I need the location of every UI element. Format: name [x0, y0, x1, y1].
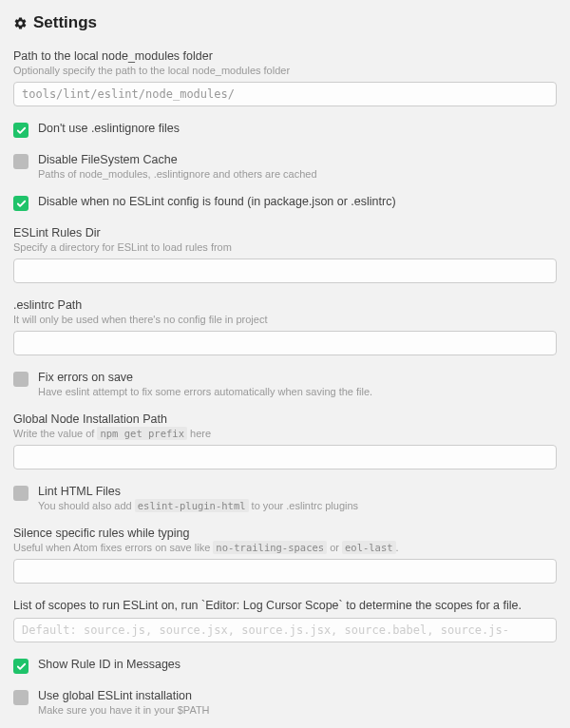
use-global-checkbox[interactable] [13, 690, 28, 705]
eslintrc-path-input[interactable] [13, 331, 557, 355]
setting-use-global: Use global ESLint installation Make sure… [13, 689, 557, 716]
code-snippet: eol-last [342, 541, 396, 554]
subtext-post: . [396, 542, 399, 553]
code-snippet: no-trailing-spaces [213, 541, 327, 554]
subtext: Paths of node_modules, .eslintignore and… [38, 168, 557, 180]
subtext: Make sure you have it in your $PATH [38, 704, 557, 716]
label: Global Node Installation Path [13, 412, 557, 426]
subtext-pre: Useful when Atom fixes errors on save li… [13, 542, 213, 553]
setting-disable-no-config: Disable when no ESLint config is found (… [13, 195, 557, 211]
label: Path to the local node_modules folder [13, 49, 557, 63]
subtext-mid: or [327, 542, 342, 553]
label: Use global ESLint installation [38, 689, 557, 702]
settings-title: Settings [33, 13, 97, 32]
lint-html-checkbox[interactable] [13, 486, 28, 501]
disable-no-config-checkbox[interactable] [13, 196, 28, 211]
setting-global-node: Global Node Installation Path Write the … [13, 412, 557, 469]
fix-on-save-checkbox[interactable] [13, 372, 28, 387]
setting-lint-html: Lint HTML Files You should also add esli… [13, 485, 557, 511]
label: Lint HTML Files [38, 485, 557, 498]
setting-show-rule-id: Show Rule ID in Messages [13, 658, 557, 674]
setting-scopes: List of scopes to run ESLint on, run `Ed… [13, 599, 557, 642]
setting-node-modules-path: Path to the local node_modules folder Op… [13, 49, 557, 106]
subtext: Have eslint attempt to fix some errors a… [38, 386, 557, 397]
subtext: Write the value of npm get prefix here [13, 428, 557, 439]
subtext-post: here [187, 428, 211, 439]
label: Disable when no ESLint config is found (… [38, 195, 557, 208]
subtext: You should also add eslint-plugin-html t… [38, 500, 557, 511]
subtext: It will only be used when there's no con… [13, 314, 557, 325]
setting-rules-dir: ESLint Rules Dir Specify a directory for… [13, 226, 557, 283]
subtext: Optionally specify the path to the local… [13, 65, 557, 76]
label: Don't use .eslintignore files [38, 122, 557, 135]
setting-disable-cache: Disable FileSystem Cache Paths of node_m… [13, 153, 557, 180]
label: Disable FileSystem Cache [38, 153, 557, 166]
label: ESLint Rules Dir [13, 226, 557, 239]
setting-silence-rules: Silence specific rules while typing Usef… [13, 527, 557, 584]
settings-header: Settings [13, 13, 557, 32]
subtext: Specify a directory for ESLint to load r… [13, 241, 557, 253]
label: Fix errors on save [38, 371, 557, 384]
setting-eslintrc-path: .eslintrc Path It will only be used when… [13, 298, 557, 355]
setting-ignore-files: Don't use .eslintignore files [13, 122, 557, 138]
label: .eslintrc Path [13, 298, 557, 312]
settings-panel: Settings Path to the local node_modules … [0, 0, 570, 728]
global-node-input[interactable] [13, 445, 557, 469]
silence-rules-input[interactable] [13, 559, 557, 584]
label: Show Rule ID in Messages [38, 658, 557, 671]
node-modules-path-input[interactable] [13, 82, 557, 106]
rules-dir-input[interactable] [13, 259, 557, 283]
code-snippet: eslint-plugin-html [135, 499, 249, 512]
disable-cache-checkbox[interactable] [13, 154, 28, 169]
scopes-input[interactable] [13, 618, 557, 642]
ignore-files-checkbox[interactable] [13, 123, 28, 138]
show-rule-id-checkbox[interactable] [13, 659, 28, 674]
label: Silence specific rules while typing [13, 527, 557, 540]
subtext: Useful when Atom fixes errors on save li… [13, 542, 557, 553]
gear-icon [13, 16, 28, 30]
subtext-post: to your .eslintrc plugins [249, 500, 359, 511]
subtext-pre: Write the value of [13, 428, 97, 439]
subtext-pre: You should also add [38, 500, 135, 511]
label: List of scopes to run ESLint on, run `Ed… [13, 599, 557, 612]
code-snippet: npm get prefix [97, 427, 187, 440]
setting-fix-on-save: Fix errors on save Have eslint attempt t… [13, 371, 557, 397]
